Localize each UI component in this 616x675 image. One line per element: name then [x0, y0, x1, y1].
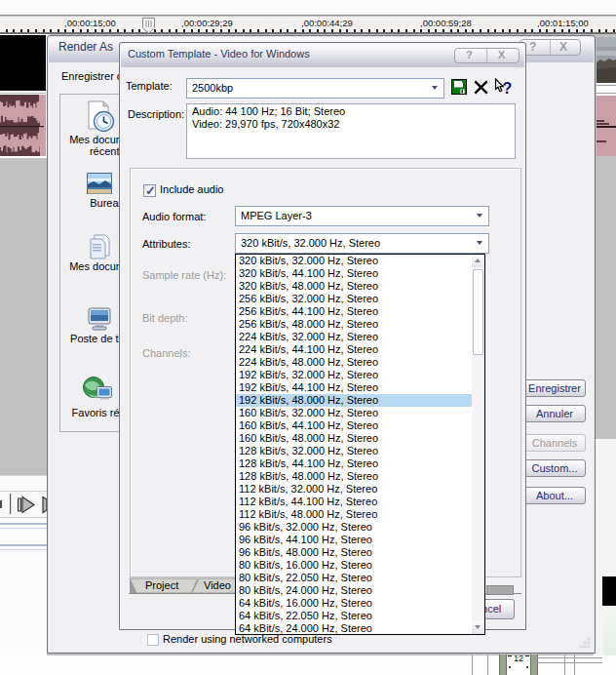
svg-text:?: ?	[503, 80, 513, 97]
svg-text:Project: Project	[145, 579, 178, 591]
svg-text:Video: Video	[204, 579, 231, 591]
